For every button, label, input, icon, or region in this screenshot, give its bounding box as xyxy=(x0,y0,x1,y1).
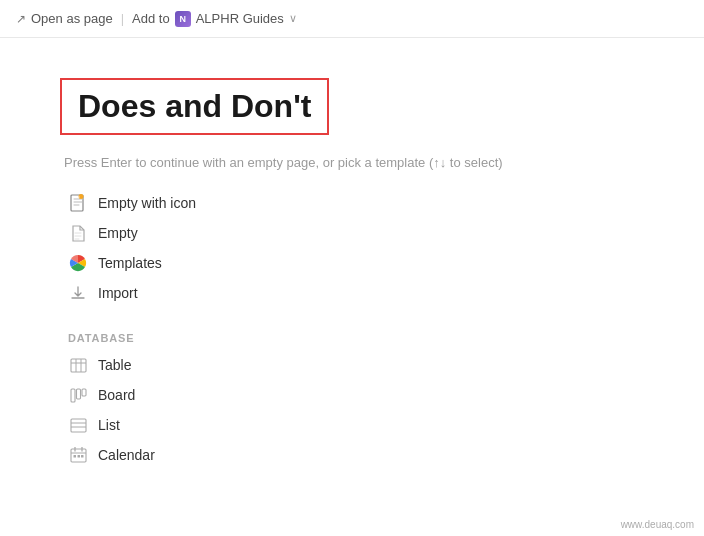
menu-item-list[interactable]: List xyxy=(60,410,644,440)
notion-workspace-icon: N xyxy=(175,11,191,27)
database-section-header: DATABASE xyxy=(68,332,644,344)
menu-item-table[interactable]: Table xyxy=(60,350,644,380)
open-as-page-icon: ↗ xyxy=(16,12,26,26)
templates-icon xyxy=(68,253,88,273)
svg-rect-17 xyxy=(73,455,76,458)
svg-rect-10 xyxy=(71,419,86,432)
empty-label: Empty xyxy=(98,225,138,241)
empty-with-icon-label: Empty with icon xyxy=(98,195,196,211)
add-to-label: Add to xyxy=(132,11,170,26)
open-as-page-label: Open as page xyxy=(31,11,113,26)
main-content: Does and Don't Press Enter to continue w… xyxy=(0,38,704,514)
template-menu-list: ☺ Empty with icon Empty xyxy=(60,188,644,308)
page-title-wrapper: Does and Don't xyxy=(60,78,329,135)
database-section: DATABASE Table xyxy=(60,332,644,470)
divider: | xyxy=(121,11,124,26)
svg-text:☺: ☺ xyxy=(77,195,81,199)
add-to-button[interactable]: Add to N ALPHR Guides ∨ xyxy=(132,11,297,27)
menu-item-templates[interactable]: Templates xyxy=(60,248,644,278)
table-icon xyxy=(68,355,88,375)
svg-rect-19 xyxy=(81,455,84,458)
svg-rect-3 xyxy=(71,359,86,372)
import-label: Import xyxy=(98,285,138,301)
hint-text: Press Enter to continue with an empty pa… xyxy=(64,155,644,170)
svg-rect-9 xyxy=(82,389,86,396)
page-title: Does and Don't xyxy=(78,88,311,125)
list-icon xyxy=(68,415,88,435)
board-icon xyxy=(68,385,88,405)
doc-icon xyxy=(68,223,88,243)
list-label: List xyxy=(98,417,120,433)
svg-rect-7 xyxy=(71,389,75,402)
calendar-label: Calendar xyxy=(98,447,155,463)
chevron-down-icon: ∨ xyxy=(289,12,297,25)
import-icon xyxy=(68,283,88,303)
menu-item-calendar[interactable]: Calendar xyxy=(60,440,644,470)
menu-item-import[interactable]: Import xyxy=(60,278,644,308)
database-menu-list: Table Board xyxy=(60,350,644,470)
table-label: Table xyxy=(98,357,131,373)
menu-item-empty-with-icon[interactable]: ☺ Empty with icon xyxy=(60,188,644,218)
svg-rect-8 xyxy=(76,389,80,399)
svg-rect-18 xyxy=(77,455,80,458)
menu-item-board[interactable]: Board xyxy=(60,380,644,410)
workspace-label: ALPHR Guides xyxy=(196,11,284,26)
watermark: www.deuaq.com xyxy=(621,519,694,530)
top-bar: ↗ Open as page | Add to N ALPHR Guides ∨ xyxy=(0,0,704,38)
templates-label: Templates xyxy=(98,255,162,271)
calendar-icon xyxy=(68,445,88,465)
board-label: Board xyxy=(98,387,135,403)
doc-with-emoji-icon: ☺ xyxy=(68,193,88,213)
menu-item-empty[interactable]: Empty xyxy=(60,218,644,248)
open-as-page-button[interactable]: ↗ Open as page xyxy=(16,11,113,26)
